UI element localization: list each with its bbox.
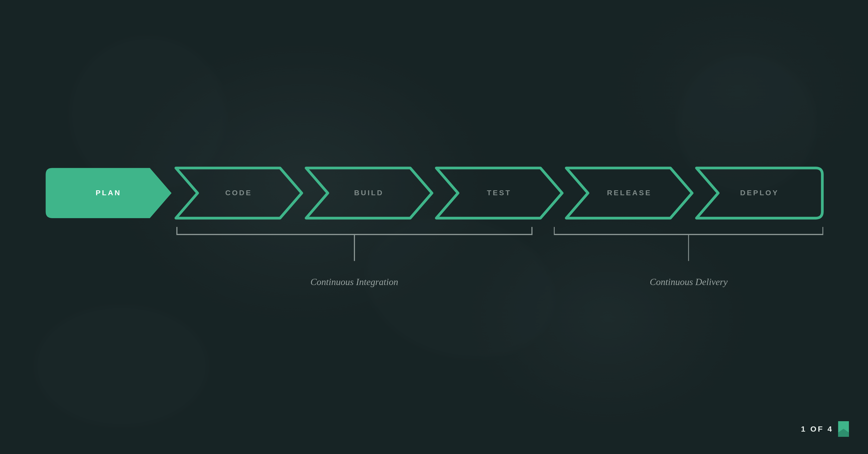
- footer: 1 OF 4: [801, 421, 849, 437]
- pipeline-step-build: BUILD: [304, 166, 434, 220]
- pipeline-step-plan: PLAN: [43, 166, 174, 220]
- brand-badge-icon: [838, 421, 849, 437]
- group-label-ci: Continuous Integration: [310, 277, 398, 287]
- pipeline-step-code: CODE: [174, 166, 304, 220]
- group-label-cd: Continuous Delivery: [650, 277, 727, 287]
- pipeline-step-label: PLAN: [96, 189, 121, 197]
- bracket-icon: [175, 225, 534, 270]
- background-texture: [35, 305, 208, 427]
- pipeline-step-label: CODE: [225, 189, 252, 197]
- group-bracket-cd: Continuous Delivery: [553, 225, 825, 270]
- page-counter: 1 OF 4: [801, 425, 833, 433]
- pipeline-step-deploy: DEPLOY: [694, 166, 825, 220]
- group-brackets: Continuous Integration Continuous Delive…: [43, 225, 825, 270]
- pipeline-step-label: RELEASE: [607, 189, 652, 197]
- group-bracket-ci: Continuous Integration: [175, 225, 534, 270]
- pipeline-step-label: TEST: [487, 189, 511, 197]
- pipeline-step-test: TEST: [434, 166, 564, 220]
- bracket-icon: [553, 225, 825, 270]
- pipeline-step-label: BUILD: [354, 189, 384, 197]
- pipeline-step-label: DEPLOY: [740, 189, 779, 197]
- slide-stage: PLAN CODE BUILD TEST: [0, 0, 868, 454]
- pipeline-row: PLAN CODE BUILD TEST: [43, 166, 825, 220]
- pipeline-step-release: RELEASE: [564, 166, 694, 220]
